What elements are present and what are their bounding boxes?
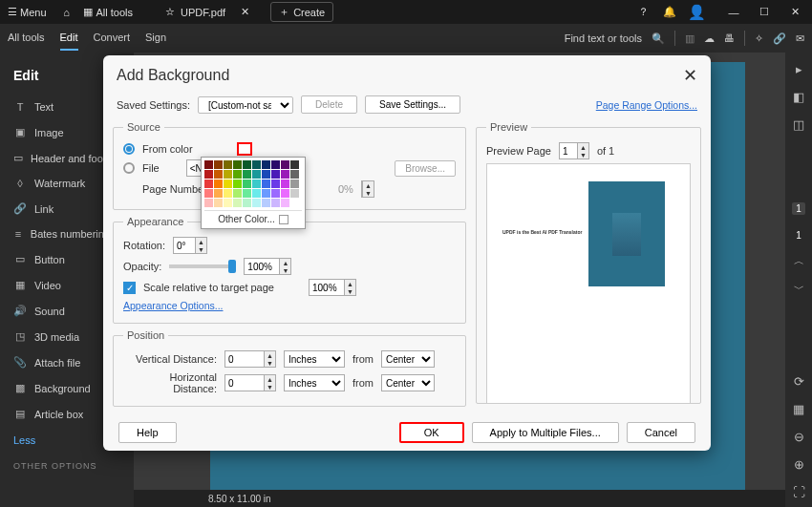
color-swatch[interactable]	[271, 189, 280, 198]
page-up-icon[interactable]: ︿	[794, 254, 804, 268]
color-swatch[interactable]	[281, 189, 289, 198]
zoom-minus-icon[interactable]: ⊖	[794, 430, 804, 444]
cancel-button[interactable]: Cancel	[627, 422, 695, 443]
home-icon[interactable]: ⌂	[56, 2, 77, 23]
scale-checkbox[interactable]: ✓	[123, 282, 136, 294]
color-swatch[interactable]	[243, 160, 251, 169]
refresh-icon[interactable]: ⟳	[794, 374, 804, 389]
color-swatch[interactable]	[214, 170, 223, 179]
print-icon[interactable]: 🖶	[724, 32, 735, 44]
layout-icon[interactable]: ▦	[793, 402, 804, 416]
color-swatch[interactable]	[262, 189, 270, 198]
page-range-link[interactable]: Page Range Options...	[596, 99, 697, 111]
color-swatch[interactable]	[281, 160, 289, 169]
color-swatch[interactable]	[233, 170, 242, 179]
color-swatch[interactable]	[252, 160, 261, 169]
color-swatch[interactable]	[262, 170, 270, 179]
color-swatch[interactable]	[252, 170, 261, 179]
document-tab[interactable]: ☆ UPDF.pdf ✕	[158, 6, 257, 18]
color-swatch[interactable]	[204, 170, 213, 179]
save-icon[interactable]: ▥	[685, 32, 694, 45]
scale-spinner[interactable]: ▲▼	[309, 279, 356, 296]
saved-settings-select[interactable]: [Custom-not saved]	[198, 96, 293, 114]
close-window-button[interactable]: ✕	[781, 2, 808, 23]
from-color-radio[interactable]	[123, 143, 135, 155]
color-swatch[interactable]	[290, 180, 299, 188]
save-settings-button[interactable]: Save Settings...	[365, 95, 460, 114]
color-swatch[interactable]	[271, 199, 280, 207]
color-swatch[interactable]	[271, 160, 280, 169]
color-swatch[interactable]	[290, 189, 299, 198]
color-swatch[interactable]	[204, 199, 213, 207]
preview-page-spinner[interactable]: ▲▼	[559, 142, 589, 159]
link-icon[interactable]: 🔗	[773, 32, 786, 45]
color-swatch[interactable]	[233, 160, 242, 169]
color-swatch[interactable]	[262, 199, 270, 207]
vdist-units-select[interactable]: Inches	[284, 350, 345, 368]
color-swatch[interactable]	[224, 199, 232, 207]
color-swatch[interactable]	[214, 199, 223, 207]
color-swatch[interactable]	[281, 180, 289, 188]
color-swatch[interactable]	[290, 160, 299, 169]
color-swatch[interactable]	[224, 170, 232, 179]
color-swatch[interactable]	[290, 199, 299, 207]
hamburger-menu[interactable]: ☰ Menu	[4, 4, 51, 20]
search-icon[interactable]: 🔍	[652, 32, 665, 45]
apply-multiple-button[interactable]: Apply to Multiple Files...	[472, 422, 619, 443]
mail-icon[interactable]: ✉	[796, 32, 804, 45]
color-swatch[interactable]	[214, 180, 223, 188]
color-swatch[interactable]	[233, 189, 242, 198]
panel-toggle-icon[interactable]: ▸	[796, 62, 802, 76]
opacity-slider[interactable]	[169, 264, 236, 268]
tab-alltools[interactable]: All tools	[8, 26, 45, 51]
tab-sign[interactable]: Sign	[145, 26, 166, 51]
browse-button[interactable]: Browse...	[395, 160, 456, 177]
fit-icon[interactable]: ⛶	[793, 485, 805, 499]
color-swatch[interactable]	[243, 199, 251, 207]
color-swatch[interactable]	[252, 199, 261, 207]
color-swatch[interactable]	[233, 199, 242, 207]
hdist-spinner[interactable]: ▲▼	[224, 374, 276, 391]
color-swatch[interactable]	[204, 160, 213, 169]
color-swatch[interactable]	[204, 180, 213, 188]
ai-icon[interactable]: ✧	[755, 32, 763, 45]
opacity-spinner[interactable]: ▲▼	[244, 258, 291, 275]
tab-edit[interactable]: Edit	[60, 26, 78, 51]
help-button[interactable]: Help	[118, 422, 177, 443]
color-swatch[interactable]	[243, 170, 251, 179]
page-badge[interactable]: 1	[792, 202, 805, 215]
cloud-icon[interactable]: ☁	[704, 32, 715, 45]
minimize-button[interactable]: ―	[720, 2, 747, 23]
tab-close-icon[interactable]: ✕	[241, 6, 249, 18]
color-swatch[interactable]	[214, 189, 223, 198]
color-swatch[interactable]	[224, 189, 232, 198]
page-down-icon[interactable]: ﹀	[794, 282, 804, 296]
vdist-spinner[interactable]: ▲▼	[224, 350, 276, 368]
bell-icon[interactable]: 🔔	[659, 2, 680, 23]
other-color-option[interactable]: Other Color...	[204, 210, 302, 225]
appearance-options-link[interactable]: Appearance Options...	[123, 300, 223, 311]
ok-button[interactable]: OK	[399, 422, 464, 443]
help-icon[interactable]: ？	[632, 2, 653, 23]
color-swatch[interactable]	[262, 160, 270, 169]
color-swatch[interactable]	[243, 189, 251, 198]
color-swatch[interactable]	[262, 180, 270, 188]
hdist-origin-select[interactable]: Center	[381, 374, 435, 391]
color-swatch[interactable]	[224, 180, 232, 188]
color-swatch[interactable]	[243, 180, 251, 188]
color-swatch[interactable]	[224, 160, 232, 169]
color-swatch[interactable]	[281, 170, 289, 179]
file-radio[interactable]	[123, 162, 135, 174]
user-icon[interactable]: 👤	[686, 2, 707, 23]
hdist-units-select[interactable]: Inches	[284, 374, 345, 391]
tab-convert[interactable]: Convert	[94, 26, 131, 51]
color-swatch[interactable]	[214, 160, 223, 169]
maximize-button[interactable]: ☐	[751, 2, 778, 23]
vdist-origin-select[interactable]: Center	[381, 350, 435, 368]
attachment-icon[interactable]: ◫	[793, 117, 804, 132]
create-button[interactable]: ＋ Create	[270, 2, 333, 22]
dialog-close-icon[interactable]: ✕	[683, 65, 697, 86]
page-percent-spinner[interactable]: ▲▼	[361, 180, 374, 198]
bookmark-icon[interactable]: ◧	[793, 90, 804, 104]
rotation-spinner[interactable]: ▲▼	[173, 237, 207, 254]
